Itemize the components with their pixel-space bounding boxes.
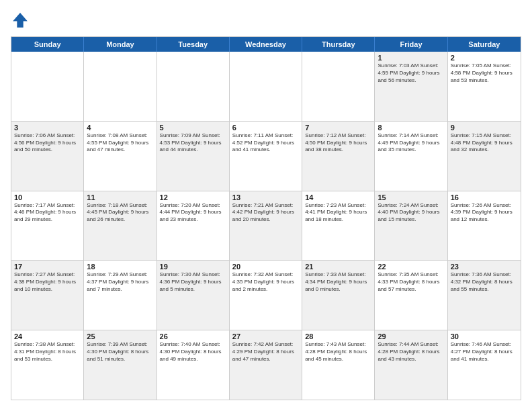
- day-number: 28: [305, 332, 371, 340]
- header-saturday: Saturday: [448, 37, 521, 52]
- logo: [11, 11, 32, 30]
- day-number: 14: [305, 193, 371, 201]
- day-number: 10: [14, 193, 81, 201]
- table-row: [84, 52, 157, 121]
- table-row: 26Sunrise: 7:40 AM Sunset: 4:30 PM Dayli…: [157, 330, 230, 400]
- table-row: 11Sunrise: 7:18 AM Sunset: 4:45 PM Dayli…: [84, 191, 157, 261]
- calendar-header: Sunday Monday Tuesday Wednesday Thursday…: [11, 37, 521, 52]
- table-row: 14Sunrise: 7:23 AM Sunset: 4:41 PM Dayli…: [302, 191, 375, 261]
- day-number: 29: [378, 332, 444, 340]
- day-number: 5: [160, 124, 226, 132]
- day-info: Sunrise: 7:17 AM Sunset: 4:46 PM Dayligh…: [14, 202, 81, 224]
- day-info: Sunrise: 7:23 AM Sunset: 4:41 PM Dayligh…: [305, 202, 371, 224]
- day-info: Sunrise: 7:43 AM Sunset: 4:28 PM Dayligh…: [305, 341, 371, 363]
- day-info: Sunrise: 7:18 AM Sunset: 4:45 PM Dayligh…: [87, 202, 153, 224]
- day-info: Sunrise: 7:29 AM Sunset: 4:37 PM Dayligh…: [87, 271, 153, 293]
- table-row: 18Sunrise: 7:29 AM Sunset: 4:37 PM Dayli…: [84, 261, 157, 330]
- day-info: Sunrise: 7:38 AM Sunset: 4:31 PM Dayligh…: [14, 341, 81, 363]
- table-row: [302, 52, 375, 121]
- header-tuesday: Tuesday: [157, 37, 230, 52]
- day-number: 22: [378, 263, 444, 271]
- table-row: 29Sunrise: 7:44 AM Sunset: 4:28 PM Dayli…: [375, 330, 447, 400]
- day-info: Sunrise: 7:33 AM Sunset: 4:34 PM Dayligh…: [305, 271, 371, 293]
- table-row: 22Sunrise: 7:35 AM Sunset: 4:33 PM Dayli…: [375, 261, 447, 330]
- day-number: 1: [378, 54, 444, 62]
- table-row: 2Sunrise: 7:05 AM Sunset: 4:58 PM Daylig…: [448, 52, 521, 121]
- table-row: 4Sunrise: 7:08 AM Sunset: 4:55 PM Daylig…: [84, 122, 157, 191]
- header-friday: Friday: [375, 37, 447, 52]
- table-row: 20Sunrise: 7:32 AM Sunset: 4:35 PM Dayli…: [230, 261, 302, 330]
- calendar-row: 10Sunrise: 7:17 AM Sunset: 4:46 PM Dayli…: [11, 191, 521, 261]
- header-monday: Monday: [84, 37, 157, 52]
- day-number: 23: [451, 263, 518, 271]
- table-row: 17Sunrise: 7:27 AM Sunset: 4:38 PM Dayli…: [11, 261, 84, 330]
- day-info: Sunrise: 7:44 AM Sunset: 4:28 PM Dayligh…: [378, 341, 444, 363]
- svg-marker-0: [13, 13, 28, 28]
- day-info: Sunrise: 7:32 AM Sunset: 4:35 PM Dayligh…: [232, 271, 299, 293]
- day-info: Sunrise: 7:14 AM Sunset: 4:49 PM Dayligh…: [378, 132, 444, 154]
- day-number: 2: [451, 54, 518, 62]
- calendar-row: 17Sunrise: 7:27 AM Sunset: 4:38 PM Dayli…: [11, 260, 521, 330]
- day-info: Sunrise: 7:27 AM Sunset: 4:38 PM Dayligh…: [14, 271, 81, 293]
- table-row: 7Sunrise: 7:12 AM Sunset: 4:50 PM Daylig…: [302, 122, 375, 191]
- table-row: 30Sunrise: 7:46 AM Sunset: 4:27 PM Dayli…: [448, 330, 521, 400]
- table-row: 8Sunrise: 7:14 AM Sunset: 4:49 PM Daylig…: [375, 122, 447, 191]
- day-info: Sunrise: 7:06 AM Sunset: 4:56 PM Dayligh…: [14, 132, 81, 154]
- day-info: Sunrise: 7:42 AM Sunset: 4:29 PM Dayligh…: [232, 341, 299, 363]
- table-row: 10Sunrise: 7:17 AM Sunset: 4:46 PM Dayli…: [11, 191, 84, 261]
- day-info: Sunrise: 7:20 AM Sunset: 4:44 PM Dayligh…: [160, 202, 226, 224]
- table-row: 28Sunrise: 7:43 AM Sunset: 4:28 PM Dayli…: [302, 330, 375, 400]
- calendar-row: 24Sunrise: 7:38 AM Sunset: 4:31 PM Dayli…: [11, 330, 521, 400]
- calendar-body: 1Sunrise: 7:03 AM Sunset: 4:59 PM Daylig…: [11, 52, 521, 400]
- table-row: 15Sunrise: 7:24 AM Sunset: 4:40 PM Dayli…: [375, 191, 447, 261]
- page: Sunday Monday Tuesday Wednesday Thursday…: [0, 0, 532, 411]
- table-row: 16Sunrise: 7:26 AM Sunset: 4:39 PM Dayli…: [448, 191, 521, 261]
- day-number: 15: [378, 193, 444, 201]
- day-number: 17: [14, 263, 81, 271]
- calendar-row: 1Sunrise: 7:03 AM Sunset: 4:59 PM Daylig…: [11, 52, 521, 121]
- table-row: 9Sunrise: 7:15 AM Sunset: 4:48 PM Daylig…: [448, 122, 521, 191]
- table-row: 23Sunrise: 7:36 AM Sunset: 4:32 PM Dayli…: [448, 261, 521, 330]
- table-row: 5Sunrise: 7:09 AM Sunset: 4:53 PM Daylig…: [157, 122, 230, 191]
- table-row: [11, 52, 84, 121]
- table-row: 19Sunrise: 7:30 AM Sunset: 4:36 PM Dayli…: [157, 261, 230, 330]
- day-number: 16: [451, 193, 518, 201]
- day-number: 13: [232, 193, 299, 201]
- table-row: 27Sunrise: 7:42 AM Sunset: 4:29 PM Dayli…: [230, 330, 302, 400]
- day-number: 27: [232, 332, 299, 340]
- day-info: Sunrise: 7:11 AM Sunset: 4:52 PM Dayligh…: [232, 132, 299, 154]
- header: [11, 11, 521, 30]
- day-info: Sunrise: 7:35 AM Sunset: 4:33 PM Dayligh…: [378, 271, 444, 293]
- day-number: 11: [87, 193, 153, 201]
- table-row: 24Sunrise: 7:38 AM Sunset: 4:31 PM Dayli…: [11, 330, 84, 400]
- table-row: 1Sunrise: 7:03 AM Sunset: 4:59 PM Daylig…: [375, 52, 447, 121]
- table-row: 3Sunrise: 7:06 AM Sunset: 4:56 PM Daylig…: [11, 122, 84, 191]
- day-info: Sunrise: 7:36 AM Sunset: 4:32 PM Dayligh…: [451, 271, 518, 293]
- header-thursday: Thursday: [302, 37, 375, 52]
- table-row: 13Sunrise: 7:21 AM Sunset: 4:42 PM Dayli…: [230, 191, 302, 261]
- day-number: 21: [305, 263, 371, 271]
- day-number: 19: [160, 263, 226, 271]
- table-row: 12Sunrise: 7:20 AM Sunset: 4:44 PM Dayli…: [157, 191, 230, 261]
- day-number: 24: [14, 332, 81, 340]
- table-row: 25Sunrise: 7:39 AM Sunset: 4:30 PM Dayli…: [84, 330, 157, 400]
- table-row: [230, 52, 302, 121]
- day-number: 7: [305, 124, 371, 132]
- day-info: Sunrise: 7:21 AM Sunset: 4:42 PM Dayligh…: [232, 202, 299, 224]
- day-info: Sunrise: 7:08 AM Sunset: 4:55 PM Dayligh…: [87, 132, 153, 154]
- day-info: Sunrise: 7:15 AM Sunset: 4:48 PM Dayligh…: [451, 132, 518, 154]
- day-info: Sunrise: 7:03 AM Sunset: 4:59 PM Dayligh…: [378, 62, 444, 84]
- day-number: 20: [232, 263, 299, 271]
- day-info: Sunrise: 7:46 AM Sunset: 4:27 PM Dayligh…: [451, 341, 518, 363]
- day-number: 4: [87, 124, 153, 132]
- day-number: 9: [451, 124, 518, 132]
- day-info: Sunrise: 7:39 AM Sunset: 4:30 PM Dayligh…: [87, 341, 153, 363]
- day-info: Sunrise: 7:09 AM Sunset: 4:53 PM Dayligh…: [160, 132, 226, 154]
- table-row: [157, 52, 230, 121]
- logo-icon: [11, 11, 30, 30]
- day-number: 18: [87, 263, 153, 271]
- day-number: 6: [232, 124, 299, 132]
- day-number: 25: [87, 332, 153, 340]
- table-row: 21Sunrise: 7:33 AM Sunset: 4:34 PM Dayli…: [302, 261, 375, 330]
- day-info: Sunrise: 7:05 AM Sunset: 4:58 PM Dayligh…: [451, 62, 518, 84]
